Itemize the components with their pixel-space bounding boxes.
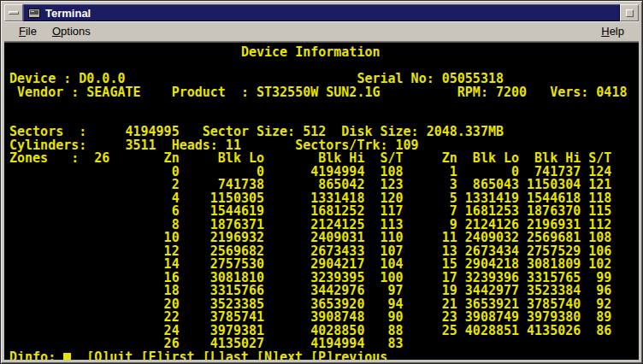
titlebar-drag-area[interactable]: Terminal: [23, 4, 620, 21]
terminal-line: 24 3979381 4028850 88 25 4028851 4135026…: [9, 325, 634, 338]
terminal-line: 26 4135027 4194994 83: [9, 338, 634, 351]
prompt-line: Dinfo:[Q]uit [F]irst [L]ast [N]ext [P]re…: [9, 351, 634, 361]
terminal-line: 16 3081810 3239395 100 17 3239396 331576…: [9, 272, 634, 285]
terminal-window: Terminal File Options Help Device Inform…: [0, 0, 643, 364]
terminal-line: 18 3315766 3442976 97 19 3442977 3523384…: [9, 285, 634, 298]
maximize-icon: [626, 9, 634, 17]
window-menu-icon: [9, 11, 19, 15]
titlebar: Terminal: [4, 4, 639, 21]
maximize-button[interactable]: [620, 4, 639, 21]
terminal-cursor[interactable]: [63, 353, 71, 361]
menu-help[interactable]: Help: [593, 23, 632, 39]
prompt-commands: [Q]uit [F]irst [L]ast [N]ext [P]revious: [86, 351, 387, 361]
terminal-line: [9, 60, 634, 73]
prompt-label: Dinfo:: [9, 351, 56, 361]
terminal-line: 0 0 4194994 108 1 0 741737 124: [9, 166, 634, 179]
terminal-screen[interactable]: Device InformationDevice : D0.0.0 Serial…: [4, 42, 639, 360]
terminal-line: Cylinders: 3511 Heads: 11 Sectors/Trk: 1…: [9, 139, 634, 153]
terminal-line: 10 2196932 2409031 110 11 2409032 256968…: [9, 232, 634, 245]
window-title: Terminal: [45, 7, 91, 20]
terminal-line: Zones : 26 Zn Blk Lo Blk Hi S/T Zn Blk L…: [9, 152, 634, 166]
terminal-line: [9, 99, 634, 113]
terminal-line: Sectors : 4194995 Sector Size: 512 Disk …: [9, 126, 634, 139]
terminal-app-icon: [28, 9, 40, 18]
terminal-line: Vendor : SEAGATE Product : ST32550W SUN2…: [9, 86, 634, 100]
terminal-line: 4 1150305 1331418 120 5 1331419 1544618 …: [9, 192, 634, 206]
terminal-line: 12 2569682 2673433 107 13 2673434 275752…: [9, 245, 634, 259]
terminal-line: 6 1544619 1681252 117 7 1681253 1876370 …: [9, 205, 634, 219]
terminal-line: 2 741738 865042 123 3 865043 1150304 121: [9, 179, 634, 192]
menubar: File Options Help: [4, 21, 639, 42]
terminal-line: 22 3785741 3908748 90 23 3908749 3979380…: [9, 311, 634, 325]
menu-options[interactable]: Options: [44, 23, 98, 39]
window-menu-button[interactable]: [4, 4, 23, 21]
terminal-output: Device InformationDevice : D0.0.0 Serial…: [9, 46, 634, 351]
terminal-line: 14 2757530 2904217 104 15 2904218 308180…: [9, 258, 634, 272]
menu-file[interactable]: File: [11, 23, 44, 39]
terminal-line: Device Information: [9, 46, 634, 60]
terminal-line: 20 3523385 3653920 94 21 3653921 3785740…: [9, 298, 634, 312]
terminal-line: [9, 113, 634, 126]
terminal-line: Device : D0.0.0 Serial No: 05055318: [9, 73, 634, 86]
terminal-line: 8 1876371 2124125 113 9 2124126 2196931 …: [9, 219, 634, 232]
